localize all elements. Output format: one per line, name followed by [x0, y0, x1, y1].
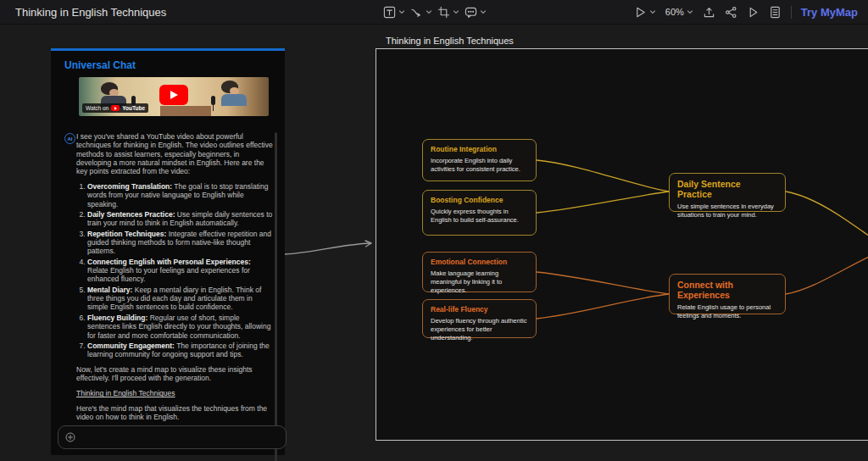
list-item: Mental Diary: Keep a mental diary in Eng… — [87, 286, 273, 312]
ai-intro-paragraph: I see you've shared a YouTube video abou… — [76, 132, 273, 176]
ai-message: I see you've shared a YouTube video abou… — [76, 132, 273, 425]
notes-button[interactable] — [769, 6, 782, 19]
youtube-logo-icon — [111, 105, 120, 111]
toolbar-tools — [383, 0, 487, 24]
share-icon — [725, 6, 737, 19]
mindmap-edges — [376, 49, 868, 442]
microphone-right — [211, 96, 215, 105]
chat-to-canvas-arrow — [280, 233, 380, 267]
frame-tool-button[interactable] — [437, 6, 459, 19]
comment-tool-icon — [465, 6, 477, 19]
mindmap-node[interactable]: Emotional Connection Make language learn… — [422, 252, 537, 292]
chat-input[interactable] — [81, 432, 279, 442]
list-item: Fluency Building: Regular use of short, … — [87, 314, 273, 340]
ai-avatar: AI — [64, 133, 75, 144]
zoom-level-dropdown[interactable]: 60% — [665, 7, 693, 17]
video-person-right — [221, 81, 247, 106]
key-points-list: Overcoming Translation: The goal is to s… — [76, 182, 273, 359]
mindmap-node[interactable]: Daily Sentence Practice Use simple sente… — [669, 173, 786, 212]
cursor-icon — [634, 6, 647, 19]
try-mymap-button[interactable]: Try MyMap — [801, 6, 858, 19]
youtube-video-embed[interactable]: Watch on YouTube — [79, 77, 269, 116]
toolbar-divider — [791, 6, 792, 19]
mindmap-canvas[interactable]: Routine Integration Incorporate English … — [376, 48, 868, 441]
mindmap-node[interactable]: Boosting Confidence Quickly express thou… — [422, 190, 537, 236]
attach-plus-icon[interactable] — [65, 432, 75, 442]
list-item: Connecting English with Personal Experie… — [87, 258, 273, 284]
chevron-down-icon — [398, 8, 405, 15]
video-background-shelf — [160, 106, 211, 116]
notes-icon — [769, 6, 782, 19]
chevron-down-icon — [453, 8, 459, 15]
play-icon — [747, 6, 760, 19]
zoom-level-value: 60% — [665, 7, 684, 17]
list-item: Repetition Techniques: Integrate effecti… — [87, 230, 273, 256]
share-button[interactable] — [725, 6, 737, 19]
present-mode-button[interactable] — [634, 6, 656, 19]
watch-on-label: Watch on — [86, 105, 108, 111]
chevron-down-icon — [480, 8, 487, 15]
toolbar-actions: 60% Try MyMap — [634, 0, 858, 24]
chevron-down-icon — [687, 8, 693, 15]
universal-chat-panel: Universal Chat Watch on YouTube AI I see… — [51, 48, 285, 455]
text-tool-button[interactable] — [383, 6, 405, 19]
export-icon — [703, 6, 715, 19]
connector-tool-button[interactable] — [410, 6, 432, 19]
document-title: Thinking in English Techniques — [15, 6, 166, 19]
play-button[interactable] — [747, 6, 760, 19]
chevron-down-icon — [649, 8, 656, 15]
frame-tool-icon — [437, 6, 450, 19]
youtube-wordmark: YouTube — [122, 105, 145, 111]
mindmap-node[interactable]: Real-life Fluency Develop fluency throug… — [422, 299, 537, 338]
topbar: Thinking in English Techniques — [0, 0, 868, 25]
followup-paragraph: Now, let's create a mind map to visualiz… — [76, 365, 273, 383]
youtube-play-button[interactable] — [159, 85, 188, 105]
map-note-paragraph: Here's the mind map that visualizes the … — [76, 404, 273, 422]
chat-scrollbar[interactable] — [275, 132, 277, 461]
chat-input-container — [58, 425, 287, 449]
comment-tool-button[interactable] — [465, 6, 487, 19]
chat-message-area: AI I see you've shared a YouTube video a… — [64, 132, 275, 425]
list-item: Overcoming Translation: The goal is to s… — [87, 182, 273, 208]
chevron-down-icon — [426, 8, 432, 15]
connector-tool-icon — [410, 6, 423, 19]
list-item: Daily Sentences Practice: Use simple dai… — [87, 210, 273, 228]
watch-on-youtube-badge[interactable]: Watch on YouTube — [82, 103, 148, 113]
chat-panel-title: Universal Chat — [64, 59, 136, 71]
list-item: Community Engagement: The importance of … — [87, 342, 273, 359]
mindmap-title-link[interactable]: Thinking in English Techniques — [76, 389, 175, 397]
export-button[interactable] — [703, 6, 715, 19]
mindmap-node[interactable]: Routine Integration Incorporate English … — [422, 139, 537, 181]
mindmap-node[interactable]: Connect with Experiences Relate English … — [669, 274, 786, 314]
text-tool-icon — [383, 6, 396, 19]
canvas-frame-label[interactable]: Thinking in English Techniques — [386, 36, 514, 46]
